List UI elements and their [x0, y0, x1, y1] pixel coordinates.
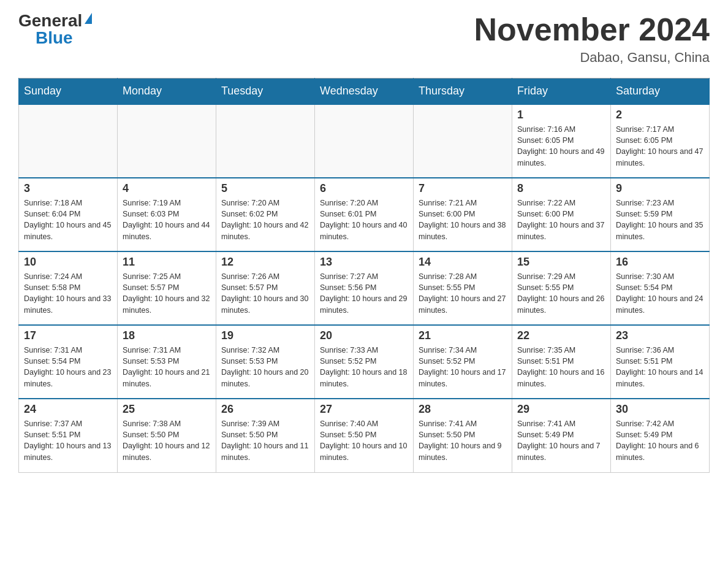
calendar-cell: 4Sunrise: 7:19 AM Sunset: 6:03 PM Daylig… — [118, 178, 216, 251]
calendar-cell: 7Sunrise: 7:21 AM Sunset: 6:00 PM Daylig… — [414, 178, 512, 251]
day-info: Sunrise: 7:34 AM Sunset: 5:52 PM Dayligh… — [419, 345, 507, 389]
calendar-cell: 24Sunrise: 7:37 AM Sunset: 5:51 PM Dayli… — [19, 399, 118, 472]
calendar-cell: 29Sunrise: 7:41 AM Sunset: 5:49 PM Dayli… — [512, 399, 611, 472]
day-number: 19 — [221, 329, 309, 342]
logo-blue-text: Blue — [36, 29, 73, 47]
week-row-3: 10Sunrise: 7:24 AM Sunset: 5:58 PM Dayli… — [19, 251, 710, 325]
day-info: Sunrise: 7:16 AM Sunset: 6:05 PM Dayligh… — [517, 124, 605, 169]
day-number: 28 — [419, 403, 507, 416]
day-info: Sunrise: 7:36 AM Sunset: 5:51 PM Dayligh… — [616, 345, 704, 389]
day-number: 15 — [517, 256, 605, 269]
calendar-cell: 23Sunrise: 7:36 AM Sunset: 5:51 PM Dayli… — [611, 325, 710, 399]
calendar-cell — [315, 104, 414, 178]
day-info: Sunrise: 7:42 AM Sunset: 5:49 PM Dayligh… — [616, 418, 704, 463]
day-number: 30 — [616, 403, 704, 416]
day-info: Sunrise: 7:19 AM Sunset: 6:03 PM Dayligh… — [123, 197, 211, 242]
calendar-cell: 3Sunrise: 7:18 AM Sunset: 6:04 PM Daylig… — [19, 178, 118, 251]
day-info: Sunrise: 7:27 AM Sunset: 5:56 PM Dayligh… — [320, 271, 408, 316]
week-row-5: 24Sunrise: 7:37 AM Sunset: 5:51 PM Dayli… — [19, 399, 710, 472]
day-number: 25 — [123, 403, 211, 416]
calendar-cell: 14Sunrise: 7:28 AM Sunset: 5:55 PM Dayli… — [414, 251, 512, 325]
calendar-cell: 30Sunrise: 7:42 AM Sunset: 5:49 PM Dayli… — [611, 399, 710, 472]
day-info: Sunrise: 7:37 AM Sunset: 5:51 PM Dayligh… — [24, 418, 112, 463]
day-number: 5 — [221, 182, 309, 195]
weekday-header-row: SundayMondayTuesdayWednesdayThursdayFrid… — [19, 79, 710, 105]
calendar-cell: 19Sunrise: 7:32 AM Sunset: 5:53 PM Dayli… — [216, 325, 315, 399]
calendar-cell: 13Sunrise: 7:27 AM Sunset: 5:56 PM Dayli… — [315, 251, 414, 325]
weekday-header-tuesday: Tuesday — [216, 79, 315, 105]
week-row-4: 17Sunrise: 7:31 AM Sunset: 5:54 PM Dayli… — [19, 325, 710, 399]
day-info: Sunrise: 7:18 AM Sunset: 6:04 PM Dayligh… — [24, 197, 112, 242]
day-number: 18 — [123, 329, 211, 342]
calendar-table: SundayMondayTuesdayWednesdayThursdayFrid… — [18, 78, 710, 473]
day-number: 9 — [616, 182, 704, 195]
day-info: Sunrise: 7:21 AM Sunset: 6:00 PM Dayligh… — [419, 197, 507, 242]
calendar-cell: 25Sunrise: 7:38 AM Sunset: 5:50 PM Dayli… — [118, 399, 216, 472]
day-number: 14 — [419, 256, 507, 269]
calendar-cell: 27Sunrise: 7:40 AM Sunset: 5:50 PM Dayli… — [315, 399, 414, 472]
day-info: Sunrise: 7:23 AM Sunset: 5:59 PM Dayligh… — [616, 197, 704, 242]
day-info: Sunrise: 7:22 AM Sunset: 6:00 PM Dayligh… — [517, 197, 605, 242]
day-number: 11 — [123, 256, 211, 269]
day-number: 17 — [24, 329, 112, 342]
weekday-header-thursday: Thursday — [414, 79, 512, 105]
calendar-cell: 18Sunrise: 7:31 AM Sunset: 5:53 PM Dayli… — [118, 325, 216, 399]
day-number: 1 — [517, 109, 605, 121]
day-number: 6 — [320, 182, 408, 195]
logo: General Blue — [18, 12, 92, 47]
calendar-cell: 26Sunrise: 7:39 AM Sunset: 5:50 PM Dayli… — [216, 399, 315, 472]
day-info: Sunrise: 7:17 AM Sunset: 6:05 PM Dayligh… — [616, 124, 704, 169]
weekday-header-saturday: Saturday — [611, 79, 710, 105]
calendar-cell — [19, 104, 118, 178]
day-number: 27 — [320, 403, 408, 416]
day-number: 22 — [517, 329, 605, 342]
day-info: Sunrise: 7:31 AM Sunset: 5:53 PM Dayligh… — [123, 345, 211, 389]
weekday-header-wednesday: Wednesday — [315, 79, 414, 105]
calendar-cell — [216, 104, 315, 178]
day-number: 21 — [419, 329, 507, 342]
calendar-cell: 10Sunrise: 7:24 AM Sunset: 5:58 PM Dayli… — [19, 251, 118, 325]
calendar-cell: 2Sunrise: 7:17 AM Sunset: 6:05 PM Daylig… — [611, 104, 710, 178]
day-info: Sunrise: 7:32 AM Sunset: 5:53 PM Dayligh… — [221, 345, 309, 389]
day-info: Sunrise: 7:29 AM Sunset: 5:55 PM Dayligh… — [517, 271, 605, 316]
day-info: Sunrise: 7:39 AM Sunset: 5:50 PM Dayligh… — [221, 418, 309, 463]
logo-triangle-icon — [85, 13, 92, 24]
day-info: Sunrise: 7:40 AM Sunset: 5:50 PM Dayligh… — [320, 418, 408, 463]
weekday-header-friday: Friday — [512, 79, 611, 105]
weekday-header-sunday: Sunday — [19, 79, 118, 105]
day-number: 4 — [123, 182, 211, 195]
day-number: 8 — [517, 182, 605, 195]
day-number: 13 — [320, 256, 408, 269]
calendar-cell: 11Sunrise: 7:25 AM Sunset: 5:57 PM Dayli… — [118, 251, 216, 325]
month-title: November 2024 — [474, 12, 710, 47]
calendar-cell: 17Sunrise: 7:31 AM Sunset: 5:54 PM Dayli… — [19, 325, 118, 399]
day-number: 7 — [419, 182, 507, 195]
day-info: Sunrise: 7:38 AM Sunset: 5:50 PM Dayligh… — [123, 418, 211, 463]
day-number: 23 — [616, 329, 704, 342]
day-info: Sunrise: 7:33 AM Sunset: 5:52 PM Dayligh… — [320, 345, 408, 389]
weekday-header-monday: Monday — [118, 79, 216, 105]
day-number: 12 — [221, 256, 309, 269]
calendar-cell: 5Sunrise: 7:20 AM Sunset: 6:02 PM Daylig… — [216, 178, 315, 251]
week-row-1: 1Sunrise: 7:16 AM Sunset: 6:05 PM Daylig… — [19, 104, 710, 178]
calendar-cell: 28Sunrise: 7:41 AM Sunset: 5:50 PM Dayli… — [414, 399, 512, 472]
calendar-cell: 12Sunrise: 7:26 AM Sunset: 5:57 PM Dayli… — [216, 251, 315, 325]
calendar-cell: 22Sunrise: 7:35 AM Sunset: 5:51 PM Dayli… — [512, 325, 611, 399]
day-info: Sunrise: 7:30 AM Sunset: 5:54 PM Dayligh… — [616, 271, 704, 316]
location-title: Dabao, Gansu, China — [474, 50, 710, 66]
day-info: Sunrise: 7:31 AM Sunset: 5:54 PM Dayligh… — [24, 345, 112, 389]
day-info: Sunrise: 7:28 AM Sunset: 5:55 PM Dayligh… — [419, 271, 507, 316]
calendar-cell: 1Sunrise: 7:16 AM Sunset: 6:05 PM Daylig… — [512, 104, 611, 178]
day-number: 29 — [517, 403, 605, 416]
calendar-cell: 16Sunrise: 7:30 AM Sunset: 5:54 PM Dayli… — [611, 251, 710, 325]
calendar-cell: 8Sunrise: 7:22 AM Sunset: 6:00 PM Daylig… — [512, 178, 611, 251]
calendar-cell: 21Sunrise: 7:34 AM Sunset: 5:52 PM Dayli… — [414, 325, 512, 399]
day-number: 3 — [24, 182, 112, 195]
title-area: November 2024 Dabao, Gansu, China — [474, 12, 710, 66]
day-number: 20 — [320, 329, 408, 342]
day-info: Sunrise: 7:20 AM Sunset: 6:01 PM Dayligh… — [320, 197, 408, 242]
day-info: Sunrise: 7:26 AM Sunset: 5:57 PM Dayligh… — [221, 271, 309, 316]
day-number: 26 — [221, 403, 309, 416]
week-row-2: 3Sunrise: 7:18 AM Sunset: 6:04 PM Daylig… — [19, 178, 710, 251]
calendar-cell — [118, 104, 216, 178]
